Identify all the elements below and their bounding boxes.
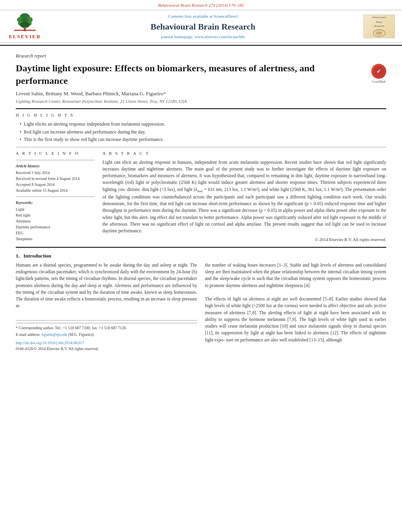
divider-after-highlights xyxy=(16,147,386,147)
svg-rect-8 xyxy=(14,30,36,31)
keyword-3: Alertness xyxy=(16,219,95,224)
abstract-copyright: © 2014 Elsevier B.V. All rights reserved… xyxy=(102,237,386,243)
divider-info-mid xyxy=(16,196,95,197)
contents-available: Contents lists available at ScienceDirec… xyxy=(43,13,363,19)
crossmark-label: CrossMark xyxy=(371,80,386,84)
article-type-label: Research report xyxy=(16,53,386,59)
elsevier-tree-icon xyxy=(13,13,37,32)
highlight-item-2: Red light can increase alertness and per… xyxy=(20,129,386,135)
crossmark-icon: ✓ xyxy=(371,64,386,79)
doi-line: http://dx.doi.org/10.1016/j.bbr.2014.08.… xyxy=(16,340,197,346)
authors-text: Levent Sahin, Brittany M. Wood, Barbara … xyxy=(16,91,163,96)
corresponding-footnote: * Corresponding author. Tel.: +1 518 687… xyxy=(16,325,197,331)
sciencedirect-link: ScienceDirect xyxy=(214,14,238,19)
main-content: Research report Daytime light exposure: … xyxy=(0,46,402,356)
article-title-row: Daytime light exposure: Effects on bioma… xyxy=(16,62,386,87)
abstract-heading: A B S T R A C T xyxy=(102,150,386,156)
introduction-left-col: Humans are a diurnal species, programmed… xyxy=(16,262,197,352)
highlights-section: H I G H L I G H T S Light elicits an ale… xyxy=(16,112,386,143)
article-info-col: A R T I C L E I N F O Article history: R… xyxy=(16,150,95,243)
article-info-heading: A R T I C L E I N F O xyxy=(16,150,95,156)
footnote-divider xyxy=(16,323,197,323)
article-title: Daytime light exposure: Effects on bioma… xyxy=(16,62,371,87)
abstract-text: Light can elicit an alerting response in… xyxy=(102,159,386,235)
keyword-6: Sleepiness xyxy=(16,236,95,242)
divider-after-affiliation xyxy=(16,108,386,109)
crossmark-badge: ✓ CrossMark xyxy=(371,64,386,79)
affiliation: Lighting Research Center, Rensselaer Pol… xyxy=(16,98,386,104)
logo-subtitle: Behavioural xyxy=(372,16,386,20)
logo-subtitle2: Brain xyxy=(376,20,382,24)
introduction-body: Humans are a diurnal species, programmed… xyxy=(16,262,386,352)
introduction-section: 1. Introduction Humans are a diurnal spe… xyxy=(16,252,386,352)
svg-text:✓: ✓ xyxy=(376,69,381,74)
info-abstract-row: A R T I C L E I N F O Article history: R… xyxy=(16,150,386,243)
homepage-url: www.elsevier.com/locate/bbr xyxy=(194,34,245,39)
issn-line: 0166-4328/© 2014 Elsevier B.V. All right… xyxy=(16,346,197,352)
divider-after-abstract xyxy=(16,247,386,248)
logo-subtitle3: Research xyxy=(374,24,384,28)
keyword-4: Daytime performance xyxy=(16,224,95,230)
highlights-list: Light elicits an alerting response indep… xyxy=(16,121,386,143)
brain-icon xyxy=(368,29,390,37)
divider-info-top xyxy=(16,160,95,160)
keyword-2: Red light xyxy=(16,213,95,218)
highlights-heading: H I G H L I G H T S xyxy=(16,112,386,118)
keyword-1: Light xyxy=(16,207,95,212)
journal-center-info: Contents lists available at ScienceDirec… xyxy=(43,13,363,40)
email-link[interactable]: figuem@rpi.edu xyxy=(41,332,67,337)
journal-top-bar: Behavioural Brain Research 274 (2014) 17… xyxy=(0,0,402,10)
email-footnote: E-mail address: figuem@rpi.edu (M.G. Fig… xyxy=(16,332,197,337)
elsevier-logo: ELSEVIER xyxy=(7,13,43,40)
elsevier-label: ELSEVIER xyxy=(9,33,41,40)
journal-logo-right: Behavioural Brain Research xyxy=(363,15,395,38)
page: Behavioural Brain Research 274 (2014) 17… xyxy=(0,0,402,532)
journal-header: Behavioural Brain Research 274 (2014) 17… xyxy=(0,0,402,46)
history-items: Received 3 July 2014 Received in revised… xyxy=(16,170,95,193)
history-item-4: Available online 15 August 2014 xyxy=(16,188,95,193)
authors: Levent Sahin, Brittany M. Wood, Barbara … xyxy=(16,90,386,97)
crossmark-svg: ✓ xyxy=(373,65,385,77)
history-item-1: Received 3 July 2014 xyxy=(16,170,95,176)
highlight-item-1: Light elicits an alerting response indep… xyxy=(20,121,386,128)
history-item-2: Received in revised form 4 August 2014 xyxy=(16,176,95,182)
journal-citation: Behavioural Brain Research 274 (2014) 17… xyxy=(158,3,244,7)
keywords-label: Keywords: xyxy=(16,200,95,206)
abstract-col: A B S T R A C T Light can elicit an aler… xyxy=(102,150,386,243)
journal-title-row: ELSEVIER Contents lists available at Sci… xyxy=(0,10,402,42)
history-item-3: Accepted 8 August 2014 xyxy=(16,182,95,187)
keyword-5: EEG xyxy=(16,230,95,236)
keywords-list: Light Red light Alertness Daytime perfor… xyxy=(16,207,95,242)
doi-link[interactable]: http://dx.doi.org/10.1016/j.bbr.2014.08.… xyxy=(16,341,84,345)
journal-homepage: journal homepage: www.elsevier.com/locat… xyxy=(43,34,363,40)
journal-title: Behavioural Brain Research xyxy=(43,21,363,33)
corresponding-marker: * xyxy=(163,91,166,96)
highlight-item-3: This is the first study to show red ligh… xyxy=(20,136,386,143)
introduction-right-col: the number of waking hours increases [1–… xyxy=(205,262,386,352)
introduction-title: 1. Introduction xyxy=(16,252,386,260)
history-label: Article history: xyxy=(16,163,95,169)
footnote-area: * Corresponding author. Tel.: +1 518 687… xyxy=(16,320,197,352)
